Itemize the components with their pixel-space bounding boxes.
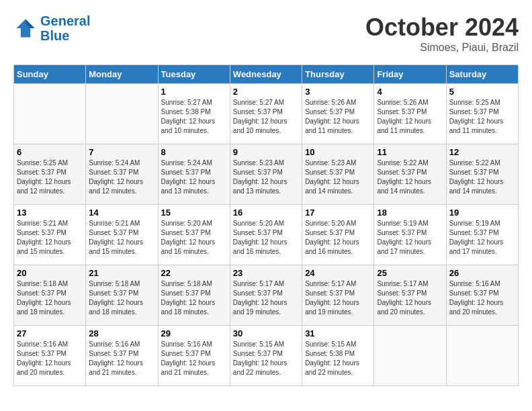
day-number: 20 [17, 268, 83, 278]
calendar-cell: 31Sunrise: 5:15 AM Sunset: 5:38 PM Dayli… [302, 326, 374, 386]
day-info: Sunrise: 5:18 AM Sunset: 5:37 PM Dayligh… [17, 279, 83, 317]
calendar-cell: 14Sunrise: 5:21 AM Sunset: 5:37 PM Dayli… [86, 205, 158, 265]
day-info: Sunrise: 5:19 AM Sunset: 5:37 PM Dayligh… [449, 219, 515, 257]
calendar-cell: 18Sunrise: 5:19 AM Sunset: 5:37 PM Dayli… [374, 205, 446, 265]
day-number: 1 [161, 87, 227, 97]
calendar-cell: 27Sunrise: 5:16 AM Sunset: 5:37 PM Dayli… [14, 326, 86, 386]
calendar-cell: 21Sunrise: 5:18 AM Sunset: 5:37 PM Dayli… [86, 265, 158, 326]
calendar-table: SundayMondayTuesdayWednesdayThursdayFrid… [13, 64, 519, 386]
calendar-cell: 8Sunrise: 5:24 AM Sunset: 5:37 PM Daylig… [158, 144, 230, 205]
weekday-header-sunday: Sunday [14, 65, 86, 84]
calendar-cell [374, 326, 446, 386]
calendar-cell: 11Sunrise: 5:22 AM Sunset: 5:37 PM Dayli… [374, 144, 446, 205]
day-info: Sunrise: 5:16 AM Sunset: 5:37 PM Dayligh… [89, 340, 154, 377]
day-number: 18 [377, 208, 443, 218]
weekday-header-saturday: Saturday [446, 65, 518, 84]
weekday-header-wednesday: Wednesday [230, 65, 302, 84]
calendar-cell: 4Sunrise: 5:26 AM Sunset: 5:37 PM Daylig… [374, 84, 446, 144]
calendar-cell: 13Sunrise: 5:21 AM Sunset: 5:37 PM Dayli… [14, 205, 86, 265]
day-number: 16 [233, 208, 299, 218]
day-info: Sunrise: 5:24 AM Sunset: 5:37 PM Dayligh… [161, 158, 227, 196]
day-info: Sunrise: 5:17 AM Sunset: 5:37 PM Dayligh… [233, 279, 299, 317]
day-info: Sunrise: 5:20 AM Sunset: 5:37 PM Dayligh… [233, 219, 299, 257]
day-info: Sunrise: 5:15 AM Sunset: 5:37 PM Dayligh… [233, 340, 299, 377]
calendar-cell: 3Sunrise: 5:26 AM Sunset: 5:37 PM Daylig… [302, 84, 374, 144]
day-number: 22 [161, 268, 227, 278]
day-number: 23 [233, 268, 299, 278]
day-info: Sunrise: 5:18 AM Sunset: 5:37 PM Dayligh… [161, 279, 227, 317]
calendar-cell: 19Sunrise: 5:19 AM Sunset: 5:37 PM Dayli… [446, 205, 518, 265]
day-info: Sunrise: 5:25 AM Sunset: 5:37 PM Dayligh… [449, 98, 515, 136]
day-number: 5 [449, 87, 515, 97]
weekday-header-friday: Friday [374, 65, 446, 84]
day-info: Sunrise: 5:26 AM Sunset: 5:37 PM Dayligh… [377, 98, 443, 136]
day-number: 19 [449, 208, 515, 218]
calendar-cell: 26Sunrise: 5:16 AM Sunset: 5:37 PM Dayli… [446, 265, 518, 326]
day-number: 10 [305, 147, 371, 157]
calendar-cell: 9Sunrise: 5:23 AM Sunset: 5:37 PM Daylig… [230, 144, 302, 205]
calendar-cell: 24Sunrise: 5:17 AM Sunset: 5:37 PM Dayli… [302, 265, 374, 326]
calendar-cell: 30Sunrise: 5:15 AM Sunset: 5:37 PM Dayli… [230, 326, 302, 386]
month-title: October 2024 [365, 13, 519, 42]
day-number: 25 [377, 268, 443, 278]
calendar-cell: 20Sunrise: 5:18 AM Sunset: 5:37 PM Dayli… [14, 265, 86, 326]
calendar-cell: 7Sunrise: 5:24 AM Sunset: 5:37 PM Daylig… [86, 144, 158, 205]
day-number: 13 [17, 208, 83, 218]
day-number: 6 [17, 147, 83, 157]
calendar-cell: 12Sunrise: 5:22 AM Sunset: 5:37 PM Dayli… [446, 144, 518, 205]
calendar-cell [446, 326, 518, 386]
day-number: 21 [89, 268, 154, 278]
day-number: 2 [233, 87, 299, 97]
weekday-header-monday: Monday [86, 65, 158, 84]
day-info: Sunrise: 5:22 AM Sunset: 5:37 PM Dayligh… [449, 158, 515, 196]
day-info: Sunrise: 5:19 AM Sunset: 5:37 PM Dayligh… [377, 219, 443, 257]
calendar-cell: 10Sunrise: 5:23 AM Sunset: 5:37 PM Dayli… [302, 144, 374, 205]
calendar-cell: 2Sunrise: 5:27 AM Sunset: 5:37 PM Daylig… [230, 84, 302, 144]
day-number: 12 [449, 147, 515, 157]
day-info: Sunrise: 5:15 AM Sunset: 5:38 PM Dayligh… [305, 340, 371, 377]
calendar-cell: 28Sunrise: 5:16 AM Sunset: 5:37 PM Dayli… [86, 326, 158, 386]
day-info: Sunrise: 5:16 AM Sunset: 5:37 PM Dayligh… [17, 340, 83, 377]
logo-line2: Blue [40, 28, 69, 43]
calendar-week-row: 13Sunrise: 5:21 AM Sunset: 5:37 PM Dayli… [14, 205, 519, 265]
day-info: Sunrise: 5:22 AM Sunset: 5:37 PM Dayligh… [377, 158, 443, 196]
day-info: Sunrise: 5:26 AM Sunset: 5:37 PM Dayligh… [305, 98, 371, 136]
day-number: 14 [89, 208, 154, 218]
day-number: 7 [89, 147, 154, 157]
calendar-header-row: SundayMondayTuesdayWednesdayThursdayFrid… [14, 65, 519, 84]
day-number: 8 [161, 147, 227, 157]
calendar-cell [14, 84, 86, 144]
calendar-cell: 15Sunrise: 5:20 AM Sunset: 5:37 PM Dayli… [158, 205, 230, 265]
day-info: Sunrise: 5:17 AM Sunset: 5:37 PM Dayligh… [305, 279, 371, 317]
logo-icon [13, 16, 38, 40]
day-number: 15 [161, 208, 227, 218]
calendar-week-row: 20Sunrise: 5:18 AM Sunset: 5:37 PM Dayli… [14, 265, 519, 326]
day-info: Sunrise: 5:23 AM Sunset: 5:37 PM Dayligh… [305, 158, 371, 196]
calendar-week-row: 27Sunrise: 5:16 AM Sunset: 5:37 PM Dayli… [14, 326, 519, 386]
calendar-cell: 17Sunrise: 5:20 AM Sunset: 5:37 PM Dayli… [302, 205, 374, 265]
day-info: Sunrise: 5:20 AM Sunset: 5:37 PM Dayligh… [161, 219, 227, 257]
day-info: Sunrise: 5:27 AM Sunset: 5:38 PM Dayligh… [161, 98, 227, 136]
calendar-cell [86, 84, 158, 144]
calendar-cell: 29Sunrise: 5:16 AM Sunset: 5:37 PM Dayli… [158, 326, 230, 386]
day-info: Sunrise: 5:18 AM Sunset: 5:37 PM Dayligh… [89, 279, 154, 317]
day-info: Sunrise: 5:16 AM Sunset: 5:37 PM Dayligh… [449, 279, 515, 317]
day-number: 30 [233, 328, 299, 338]
logo: General Blue [13, 13, 90, 43]
calendar-cell: 25Sunrise: 5:17 AM Sunset: 5:37 PM Dayli… [374, 265, 446, 326]
calendar-cell: 22Sunrise: 5:18 AM Sunset: 5:37 PM Dayli… [158, 265, 230, 326]
calendar-cell: 6Sunrise: 5:25 AM Sunset: 5:37 PM Daylig… [14, 144, 86, 205]
logo-line1: General [40, 13, 90, 28]
day-info: Sunrise: 5:24 AM Sunset: 5:37 PM Dayligh… [89, 158, 154, 196]
day-info: Sunrise: 5:21 AM Sunset: 5:37 PM Dayligh… [89, 219, 154, 257]
day-info: Sunrise: 5:17 AM Sunset: 5:37 PM Dayligh… [377, 279, 443, 317]
day-info: Sunrise: 5:27 AM Sunset: 5:37 PM Dayligh… [233, 98, 299, 136]
day-number: 4 [377, 87, 443, 97]
page-header: General Blue October 2024 Simoes, Piaui,… [13, 13, 519, 54]
day-number: 26 [449, 268, 515, 278]
day-number: 24 [305, 268, 371, 278]
title-block: October 2024 Simoes, Piaui, Brazil [365, 13, 519, 54]
day-number: 3 [305, 87, 371, 97]
day-number: 29 [161, 328, 227, 338]
calendar-cell: 16Sunrise: 5:20 AM Sunset: 5:37 PM Dayli… [230, 205, 302, 265]
